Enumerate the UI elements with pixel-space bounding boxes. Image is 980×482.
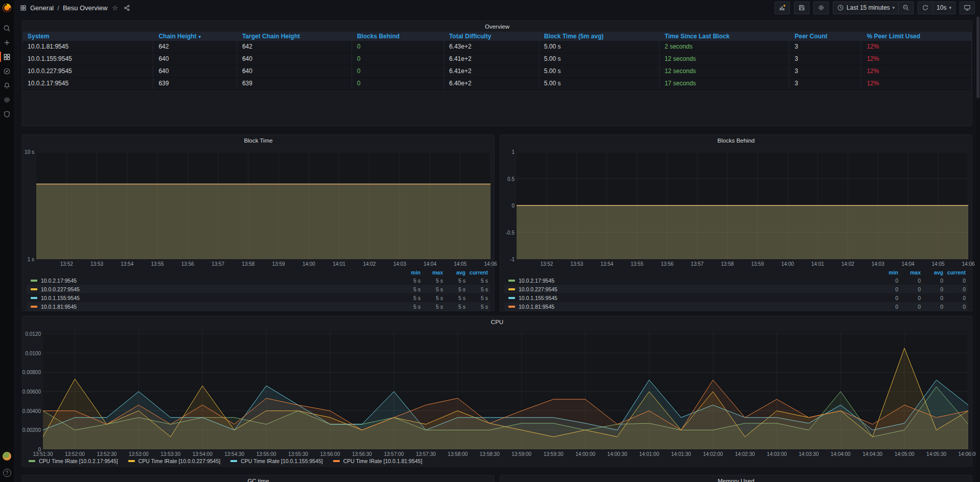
legend-series-label[interactable]: 10.0.2.17:9545 bbox=[519, 278, 554, 284]
time-range-picker[interactable]: Last 15 minutes ▾ bbox=[833, 2, 899, 14]
column-header-label: Target Chain Height bbox=[242, 33, 300, 40]
legend-series-label[interactable]: 10.0.1.155:9545 bbox=[41, 295, 80, 301]
scrollbar-thumb[interactable] bbox=[976, 16, 979, 98]
legend-series-label[interactable]: 10.0.0.227:9545 bbox=[519, 286, 557, 292]
tv-mode-button[interactable] bbox=[960, 2, 975, 14]
add-panel-button[interactable] bbox=[775, 2, 790, 14]
dashboards-icon[interactable] bbox=[0, 52, 14, 61]
column-header[interactable]: Target Chain Height bbox=[237, 32, 352, 41]
dashboard-grid-icon bbox=[20, 5, 27, 11]
server-admin-shield-icon[interactable] bbox=[0, 109, 14, 119]
panel-title-block-time[interactable]: Block Time bbox=[22, 135, 494, 144]
panel-cpu: CPU 0.01200.01000.008000.006000.004000.0… bbox=[22, 316, 972, 467]
legend-series-swatch bbox=[508, 306, 515, 308]
share-icon[interactable] bbox=[123, 5, 131, 11]
legend-stat-value: 0 bbox=[943, 304, 966, 310]
blocksbehind-x-axis: 13:5213:5313:5413:5513:5613:5713:5813:59… bbox=[517, 261, 968, 268]
column-header[interactable]: Peer Count bbox=[789, 32, 861, 41]
x-axis-tick-label: 14:03:00 bbox=[767, 451, 787, 457]
column-header[interactable]: Blocks Behind bbox=[352, 32, 444, 41]
legend-series-label[interactable]: 10.0.1.81:9545 bbox=[519, 304, 554, 310]
scrollbar-track[interactable] bbox=[976, 15, 980, 482]
search-icon[interactable] bbox=[0, 24, 14, 33]
blocksbehind-plot-area[interactable] bbox=[517, 152, 968, 259]
column-header[interactable]: Total Difficulty bbox=[444, 32, 539, 41]
x-axis-tick-label: 14:01:30 bbox=[671, 451, 691, 457]
legend-series-label[interactable]: 10.0.0.227:9545 bbox=[41, 286, 80, 292]
legend-series-label[interactable]: 10.0.1.81:9545 bbox=[41, 304, 77, 310]
legend-series-label[interactable]: CPU Time IRate [10.0.1.81:9545] bbox=[333, 458, 423, 464]
explore-compass-icon[interactable] bbox=[0, 66, 14, 76]
legend-series-label[interactable]: CPU Time IRate [10.0.1.155:9545] bbox=[230, 458, 323, 464]
legend-stat-value: 5 s bbox=[398, 286, 421, 292]
column-header[interactable]: % Peer Limit Used bbox=[861, 32, 972, 41]
panel-title-cpu[interactable]: CPU bbox=[22, 316, 972, 325]
column-header-label: Block Time (5m avg) bbox=[544, 33, 603, 40]
legend-series-label[interactable]: 10.0.2.17:9545 bbox=[41, 278, 77, 284]
breadcrumb-dashboard-title[interactable]: Besu Overview bbox=[63, 4, 107, 12]
refresh-button[interactable] bbox=[918, 2, 933, 14]
x-axis-tick-label: 14:03 bbox=[872, 261, 884, 267]
legend-series-swatch bbox=[230, 460, 237, 462]
legend-stat-value: 5 s bbox=[443, 304, 465, 310]
legend-series-name: CPU Time IRate [10.0.1.81:9545] bbox=[343, 458, 423, 464]
legend-stat-headers: minmaxavgcurrent bbox=[398, 269, 488, 276]
table-cell: 5.00 s bbox=[539, 65, 660, 77]
legend-row: 10.0.1.81:95455 s5 s5 s5 s bbox=[27, 302, 490, 311]
cpu-plot-area[interactable] bbox=[43, 332, 968, 449]
column-header-label: Chain Height bbox=[158, 33, 196, 40]
column-header[interactable]: Chain Height▾ bbox=[153, 32, 237, 41]
grafana-logo[interactable] bbox=[0, 0, 14, 15]
x-axis-tick-label: 14:01 bbox=[811, 261, 824, 267]
blocktime-x-axis: 13:5213:5313:5413:5513:5613:5713:5813:59… bbox=[36, 261, 491, 268]
column-header[interactable]: Time Since Last Block bbox=[660, 32, 790, 41]
legend-stat-header: avg bbox=[443, 269, 465, 276]
legend-stat-value: 5 s bbox=[398, 304, 421, 310]
x-axis-tick-label: 14:05:30 bbox=[926, 451, 946, 457]
legend-stat-value: 0 bbox=[876, 295, 898, 301]
legend-series-label[interactable]: CPU Time IRate [10.0.2.17:9545] bbox=[29, 458, 118, 464]
table-cell: 5.00 s bbox=[539, 78, 660, 89]
save-dashboard-button[interactable] bbox=[794, 2, 809, 14]
x-axis-tick-label: 13:53 bbox=[90, 261, 103, 267]
legend-series-label[interactable]: CPU Time IRate [10.0.0.227:9545] bbox=[128, 458, 221, 464]
y-axis-tick-label: 0.00800 bbox=[22, 370, 41, 375]
table-row: 10.0.1.81:954564264206.43e+25.00 s2 seco… bbox=[22, 41, 972, 53]
chevron-down-icon: ▾ bbox=[949, 5, 951, 10]
zoom-out-button[interactable] bbox=[899, 2, 914, 14]
configuration-gear-icon[interactable] bbox=[0, 95, 14, 104]
x-axis-tick-label: 13:57:30 bbox=[416, 451, 436, 457]
user-avatar[interactable] bbox=[3, 452, 11, 461]
x-axis-tick-label: 13:52 bbox=[60, 261, 73, 267]
refresh-interval-picker[interactable]: 10s ▾ bbox=[933, 2, 955, 14]
dashboard-settings-button[interactable] bbox=[813, 2, 829, 14]
panel-title-memory-used[interactable]: Memory Used bbox=[500, 475, 972, 482]
legend-row: 10.0.1.155:95455 s5 s5 s5 s bbox=[27, 293, 490, 302]
legend-stat-value: 0 bbox=[921, 295, 943, 301]
x-axis-tick-label: 13:52:00 bbox=[65, 451, 85, 457]
help-icon[interactable]: ? bbox=[3, 469, 11, 477]
table-cell: 6.40e+2 bbox=[444, 78, 539, 89]
panel-title-blocks-behind[interactable]: Blocks Behind bbox=[500, 135, 972, 144]
x-axis-tick-label: 13:59:30 bbox=[544, 451, 564, 457]
column-header[interactable]: Block Time (5m avg) bbox=[539, 32, 660, 41]
create-plus-icon[interactable] bbox=[0, 38, 14, 47]
y-axis-tick-label: 0.00200 bbox=[22, 427, 41, 433]
blocktime-plot-area[interactable] bbox=[36, 152, 491, 259]
x-axis-tick-label: 13:52 bbox=[540, 261, 553, 267]
x-axis-tick-label: 13:58:00 bbox=[448, 451, 468, 457]
alerting-bell-icon[interactable] bbox=[0, 81, 14, 90]
panel-title-gc-time[interactable]: GC time bbox=[22, 475, 494, 482]
legend-stat-value: 0 bbox=[876, 278, 898, 284]
legend-series-label[interactable]: 10.0.1.155:9545 bbox=[519, 295, 557, 301]
legend-stat-value: 5 s bbox=[398, 278, 421, 284]
cpu-legend: CPU Time IRate [10.0.2.17:9545]CPU Time … bbox=[29, 458, 422, 464]
legend-series-swatch bbox=[128, 460, 135, 462]
panel-title-overview[interactable]: Overview bbox=[22, 21, 972, 30]
column-header[interactable]: System bbox=[22, 32, 153, 41]
breadcrumb-folder[interactable]: General bbox=[30, 4, 54, 12]
legend-stat-value: 0 bbox=[943, 286, 966, 292]
x-axis-tick-label: 13:54:00 bbox=[193, 451, 213, 457]
legend-stat-value: 0 bbox=[898, 278, 921, 284]
star-icon[interactable]: ☆ bbox=[111, 4, 119, 12]
